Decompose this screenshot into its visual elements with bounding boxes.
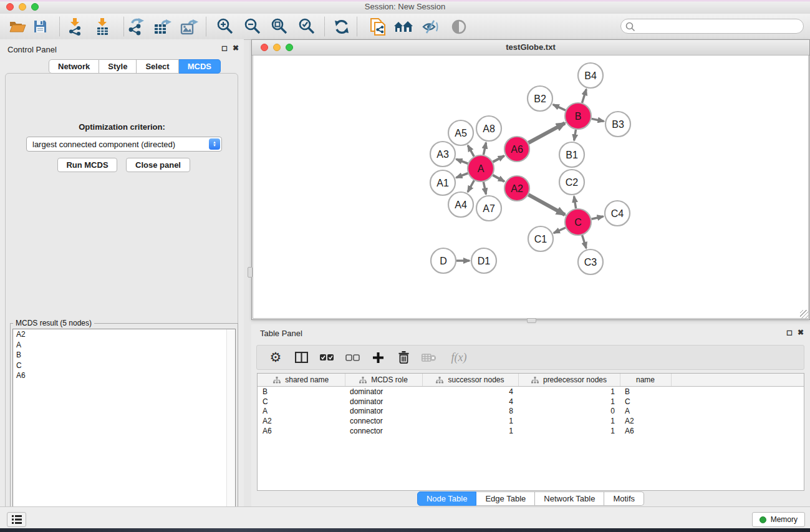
graph-node-A3[interactable]: A3 — [430, 142, 455, 167]
graph-edge-A2-C[interactable] — [528, 195, 565, 215]
column-header-shared-name[interactable]: shared name — [258, 374, 345, 387]
table-settings-button[interactable]: ⚙ — [268, 349, 283, 365]
table-row[interactable]: A6connector11A6 — [258, 426, 804, 436]
graph-edge-C-C2[interactable] — [574, 196, 576, 209]
close-panel-icon[interactable]: ✖ — [233, 44, 239, 52]
graph-node-C3[interactable]: C3 — [578, 249, 603, 274]
graph-node-B1[interactable]: B1 — [559, 142, 584, 167]
tab-network[interactable]: Network — [49, 59, 99, 74]
graph-node-C4[interactable]: C4 — [605, 201, 630, 226]
table-close-panel-icon[interactable]: ✖ — [798, 328, 804, 337]
graph-edge-A6-B[interactable] — [528, 123, 564, 143]
graph-node-C1[interactable]: C1 — [528, 226, 553, 251]
split-view-button[interactable] — [294, 349, 309, 365]
graph-node-D1[interactable]: D1 — [471, 248, 496, 273]
open-session-button[interactable] — [6, 16, 29, 37]
graph-node-A[interactable]: A — [468, 155, 494, 181]
export-network-button[interactable] — [125, 16, 147, 37]
add-column-button[interactable] — [370, 349, 385, 365]
column-header-predecessor-nodes[interactable]: predecessor nodes — [518, 374, 620, 387]
graph-edge-A-A8[interactable] — [483, 143, 486, 155]
tab-edge-table[interactable]: Edge Table — [476, 491, 535, 506]
show-panel-button[interactable] — [448, 16, 470, 37]
graph-edge-B-B2[interactable] — [553, 105, 566, 110]
vertical-splitter-handle[interactable] — [248, 267, 253, 278]
graph-edge-C-C4[interactable] — [591, 216, 603, 219]
graph-node-A5[interactable]: A5 — [448, 120, 473, 145]
import-table-button[interactable] — [92, 16, 115, 37]
graph-edge-C-C3[interactable] — [582, 235, 587, 248]
deselect-all-button[interactable] — [345, 349, 360, 365]
mcds-result-item[interactable]: A6 — [13, 370, 235, 381]
graph-edge-B-B4[interactable] — [582, 89, 586, 103]
zoom-out-button[interactable] — [241, 16, 264, 37]
tab-motifs[interactable]: Motifs — [604, 491, 644, 506]
graph-edge-A-A6[interactable] — [493, 156, 504, 162]
horizontal-splitter-handle[interactable] — [527, 318, 536, 323]
criterion-dropdown[interactable]: largest connected component (directed) ▲… — [26, 137, 222, 152]
hide-panel-button[interactable] — [419, 16, 441, 37]
graph-edge-A-A2[interactable] — [493, 175, 504, 181]
graph-node-B[interactable]: B — [565, 103, 591, 129]
graph-node-A6[interactable]: A6 — [504, 137, 529, 162]
mcds-result-item[interactable]: A2 — [13, 329, 235, 340]
mcds-result-item[interactable]: A — [13, 340, 235, 351]
mcds-result-item[interactable]: B — [13, 350, 235, 360]
delete-column-button[interactable] — [396, 349, 411, 365]
float-panel-icon[interactable]: ◻ — [221, 44, 228, 52]
zoom-fit-button[interactable] — [268, 16, 291, 37]
memory-button[interactable]: Memory — [752, 512, 805, 527]
graph-node-A7[interactable]: A7 — [476, 196, 501, 221]
home-layout-button[interactable] — [392, 16, 415, 37]
table-row[interactable]: Cdominator41C — [258, 397, 804, 407]
select-all-button[interactable] — [319, 349, 334, 365]
column-header-mcds-role[interactable]: MCDS role — [345, 374, 422, 387]
network-window-titlebar[interactable]: testGlobe.txt — [252, 40, 809, 56]
graph-node-C[interactable]: C — [565, 209, 591, 235]
zoom-in-button[interactable] — [214, 16, 236, 37]
tab-select[interactable]: Select — [137, 59, 178, 74]
tab-node-table[interactable]: Node Table — [417, 491, 477, 506]
graph-node-A1[interactable]: A1 — [430, 170, 455, 195]
zoom-selected-button[interactable] — [296, 16, 318, 37]
window-resize-grip[interactable] — [800, 310, 809, 319]
export-table-button[interactable] — [152, 16, 174, 37]
tab-network-table[interactable]: Network Table — [535, 491, 604, 506]
task-history-button[interactable] — [7, 512, 26, 527]
graph-node-A4[interactable]: A4 — [448, 192, 473, 217]
graph-edge-B-B1[interactable] — [574, 130, 576, 141]
tab-style[interactable]: Style — [99, 59, 137, 74]
table-row[interactable]: A2connector11A2 — [258, 416, 804, 426]
save-session-button[interactable] — [29, 16, 51, 37]
graph-node-B3[interactable]: B3 — [605, 112, 630, 137]
graph-node-D[interactable]: D — [431, 248, 456, 273]
run-mcds-button[interactable]: Run MCDS — [57, 158, 117, 172]
table-row[interactable]: Adominator80A — [258, 407, 804, 417]
search-box[interactable] — [620, 19, 804, 34]
graph-node-B4[interactable]: B4 — [578, 63, 603, 88]
result-list-scrollbar[interactable] — [226, 329, 235, 532]
graph-edge-C-C1[interactable] — [554, 228, 566, 233]
graph-node-B2[interactable]: B2 — [528, 86, 552, 111]
import-network-button[interactable] — [65, 16, 87, 37]
refresh-view-button[interactable] — [330, 16, 353, 37]
table-float-panel-icon[interactable]: ◻ — [786, 328, 793, 337]
close-panel-button[interactable]: Close panel — [126, 158, 190, 172]
graph-edge-A-A1[interactable] — [456, 173, 468, 178]
column-header-successor-nodes[interactable]: successor nodes — [422, 374, 518, 387]
tab-mcds[interactable]: MCDS — [179, 59, 221, 74]
search-input[interactable] — [637, 20, 801, 34]
mcds-result-item[interactable]: C — [13, 360, 235, 371]
graph-edge-A-A7[interactable] — [483, 182, 486, 195]
mcds-result-list[interactable]: A2ABCA6 — [12, 329, 236, 532]
function-builder-button[interactable]: f(x) — [447, 349, 471, 365]
export-image-button[interactable] — [178, 16, 201, 37]
graph-edge-B-B3[interactable] — [592, 118, 604, 121]
graph-edge-A-A5[interactable] — [468, 145, 474, 157]
table-row[interactable]: Bdominator41B — [258, 387, 804, 397]
graph-edge-A-A4[interactable] — [468, 180, 474, 192]
graph-node-A2[interactable]: A2 — [504, 176, 529, 201]
clone-network-button[interactable] — [367, 16, 389, 37]
graph-node-C2[interactable]: C2 — [559, 170, 584, 195]
graph-node-A8[interactable]: A8 — [476, 116, 501, 141]
